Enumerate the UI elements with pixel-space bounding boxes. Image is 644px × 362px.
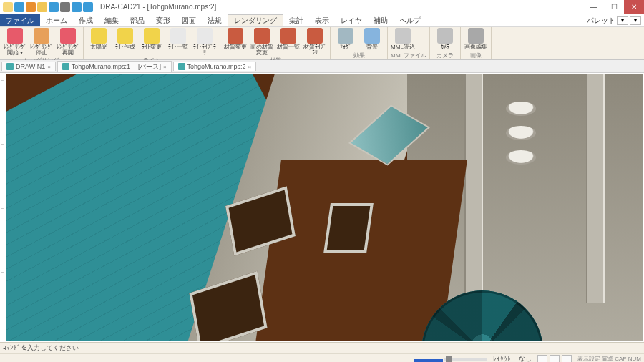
undo-icon[interactable]	[72, 2, 82, 12]
light-create-button[interactable]: ﾗｲﾄ作成	[113, 28, 137, 50]
document-icon	[62, 63, 69, 70]
face-material-button[interactable]: 面の材質変更	[250, 28, 274, 57]
rendering-start-button[interactable]: ﾚﾝﾀﾞﾘﾝｸﾞ開始 ▾	[3, 28, 27, 57]
close-icon[interactable]: ×	[248, 64, 252, 70]
new-icon[interactable]	[3, 2, 13, 12]
close-icon[interactable]: ×	[163, 64, 167, 70]
palette-selector[interactable]: パレット ▾ ▾	[587, 14, 644, 26]
ribbon-button-label: 材質一覧	[277, 44, 300, 50]
menu-tab[interactable]: 図面	[176, 14, 202, 26]
menu-tab[interactable]: 集計	[283, 14, 309, 26]
material-list-icon	[280, 28, 296, 44]
document-tab[interactable]: DRAWIN1×	[1, 62, 56, 71]
camera-button[interactable]: ｶﾒﾗ	[433, 28, 457, 50]
menu-tab[interactable]: 補助	[368, 14, 394, 26]
light-list-button[interactable]: ﾗｲﾄ一覧	[166, 28, 190, 50]
ribbon-group: ﾌｫｸﾞ背景効果	[331, 27, 388, 59]
ribbon-button-label: ﾗｲﾄﾗｲﾌﾞﾗﾘ	[192, 44, 217, 57]
status-icon[interactable]	[550, 355, 560, 363]
menu-tab[interactable]: ヘルプ	[394, 14, 426, 26]
material-library-icon	[307, 28, 323, 44]
document-icon	[6, 63, 14, 70]
menu-tab[interactable]: レンダリング	[228, 14, 283, 26]
material-list-button[interactable]: 材質一覧	[276, 28, 301, 50]
ribbon-button-label: 面の材質変更	[250, 44, 274, 57]
menu-tab[interactable]: ホーム	[40, 14, 73, 26]
material-library-button[interactable]: 材質ﾗｲﾌﾞﾗﾘ	[303, 28, 327, 57]
chevron-down-icon[interactable]: ▾	[617, 16, 628, 25]
zoom-slider[interactable]	[443, 358, 487, 361]
ribbon-group: 材質変更面の材質変更材質一覧材質ﾗｲﾌﾞﾗﾘ材質	[220, 27, 331, 59]
background-icon	[364, 28, 380, 44]
mml-import-icon	[395, 28, 411, 44]
document-tab-label: DRAWIN1	[16, 63, 45, 70]
light-edit-button[interactable]: ﾗｲﾄ変更	[140, 28, 164, 50]
fog-button[interactable]: ﾌｫｸﾞ	[333, 28, 358, 50]
document-tab[interactable]: TohgoMurano.mps:1 -- [パース]×	[57, 61, 172, 72]
menu-tab[interactable]: 変形	[150, 14, 176, 26]
status-icon[interactable]	[562, 355, 572, 363]
camera-icon	[437, 28, 453, 44]
ribbon-group: ﾚﾝﾀﾞﾘﾝｸﾞ開始 ▾ﾚﾝﾀﾞﾘﾝｸﾞ停止ﾚﾝﾀﾞﾘﾝｸﾞ再開レンダリング	[0, 27, 84, 59]
ribbon-button-label: ﾚﾝﾀﾞﾘﾝｸﾞ再開	[57, 44, 79, 57]
background-button[interactable]: 背景	[360, 28, 384, 50]
ribbon-group-label: MMLファイル	[391, 52, 426, 59]
layout-value[interactable]: なし	[519, 354, 532, 362]
scene-ornament	[506, 102, 536, 116]
ribbon-button-label: ﾗｲﾄ一覧	[168, 44, 188, 50]
scene-ornament	[506, 126, 536, 140]
ribbon-button-label: 材質ﾗｲﾌﾞﾗﾘ	[303, 44, 327, 57]
menu-tab[interactable]: 部品	[125, 14, 150, 26]
maximize-button[interactable]: ☐	[604, 0, 624, 14]
material-edit-button[interactable]: 材質変更	[223, 28, 248, 50]
scene-opening	[323, 203, 374, 253]
image-edit-icon	[468, 28, 484, 44]
ribbon-button-label: ﾚﾝﾀﾞﾘﾝｸﾞ開始 ▾	[4, 44, 26, 57]
document-icon	[178, 63, 185, 70]
document-tab-strip: DRAWIN1×TohgoMurano.mps:1 -- [パース]×Tohgo…	[0, 60, 644, 73]
mode-2d-icon[interactable]	[14, 2, 24, 12]
close-button[interactable]: ✕	[624, 0, 644, 14]
print-icon[interactable]	[60, 2, 70, 12]
light-create-icon	[117, 28, 133, 44]
command-line[interactable]: ｺﾏﾝﾄﾞを入力してください	[0, 343, 644, 354]
ribbon-button-label: ﾗｲﾄ作成	[115, 44, 135, 50]
save-icon[interactable]	[49, 2, 59, 12]
ribbon-button-label: ﾚﾝﾀﾞﾘﾝｸﾞ停止	[30, 44, 53, 57]
rendering-resume-button[interactable]: ﾚﾝﾀﾞﾘﾝｸﾞ再開	[56, 28, 80, 57]
status-icon[interactable]	[537, 355, 547, 363]
ribbon-button-label: ﾌｫｸﾞ	[340, 44, 351, 50]
mode-3d-icon[interactable]	[26, 2, 36, 12]
sunlight-button[interactable]: 太陽光	[87, 28, 111, 50]
menu-tab[interactable]: 作成	[73, 14, 99, 26]
close-icon[interactable]: ×	[47, 64, 51, 70]
light-library-icon	[197, 28, 213, 44]
viewport[interactable]: –––––	[0, 73, 644, 342]
ruler-left: –––––	[1, 73, 6, 342]
scene-column	[464, 74, 483, 303]
open-icon[interactable]	[37, 2, 47, 12]
ribbon-group-label: カメラ	[433, 52, 457, 59]
render-scene[interactable]	[6, 74, 643, 341]
status-indicators: 表示設定 電卓 CAP NUM	[577, 355, 641, 362]
image-edit-button[interactable]: 画像編集	[464, 28, 488, 50]
minimize-button[interactable]: —	[584, 0, 604, 14]
document-tab[interactable]: TohgoMurano.mps:2×	[173, 62, 257, 71]
rendering-stop-button[interactable]: ﾚﾝﾀﾞﾘﾝｸﾞ停止	[29, 28, 54, 57]
face-material-icon	[254, 28, 270, 44]
window-title: DRA-CAD21 - [TohgoMurano.mps:2]	[96, 3, 584, 11]
menu-tab[interactable]: 編集	[99, 14, 125, 26]
redo-icon[interactable]	[83, 2, 93, 12]
material-edit-icon	[228, 28, 243, 44]
menu-tab[interactable]: 表示	[309, 14, 335, 26]
light-edit-icon	[144, 28, 160, 44]
menu-tab[interactable]: レイヤ	[335, 14, 368, 26]
menu-file[interactable]: ファイル	[0, 14, 40, 26]
light-library-button[interactable]: ﾗｲﾄﾗｲﾌﾞﾗﾘ	[192, 28, 217, 57]
menu-tab[interactable]: 法規	[202, 14, 228, 26]
scene-ornament	[506, 150, 536, 165]
mml-import-button[interactable]: MML読込	[391, 28, 415, 50]
ribbon-button-label: 材質変更	[224, 44, 247, 50]
chevron-down-icon[interactable]: ▾	[630, 16, 641, 25]
ribbon-group-label: 効果	[333, 52, 384, 59]
